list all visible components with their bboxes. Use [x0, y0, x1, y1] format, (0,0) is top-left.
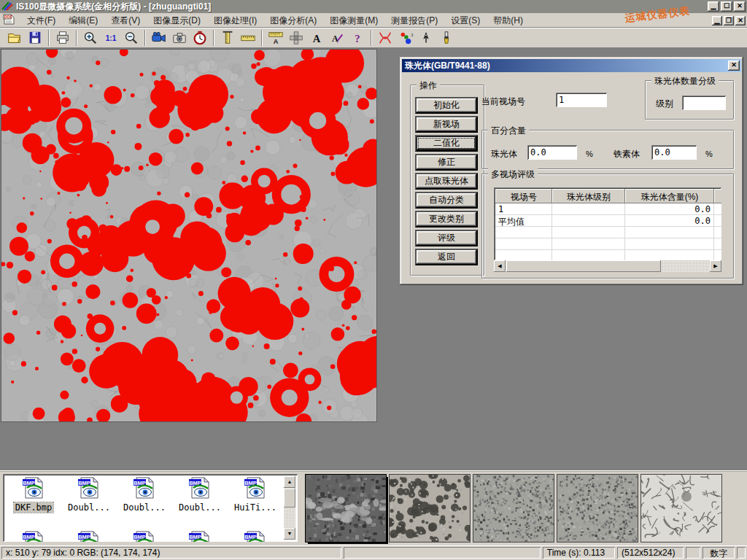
table-header-3[interactable]: 铁素体含量(%): [714, 189, 721, 203]
annotate-icon[interactable]: A: [328, 29, 347, 47]
print-icon[interactable]: [53, 29, 72, 47]
camera-icon[interactable]: [170, 29, 189, 47]
menu-item-7[interactable]: 测量报告(P): [384, 13, 444, 28]
file-item-DKF-bmp[interactable]: BMPDKF.bmp: [7, 477, 60, 513]
micrograph-image[interactable]: [1, 50, 376, 421]
scroll-left-icon[interactable]: ◀: [494, 260, 506, 272]
open-icon[interactable]: [5, 29, 24, 47]
ruler-icon[interactable]: [239, 29, 258, 47]
toolbar: 1:1AAA?3: [0, 28, 747, 48]
ferrite-percent-input[interactable]: 0.0: [651, 145, 697, 160]
op-button-5[interactable]: 自动分类: [415, 192, 478, 209]
file-item-row2[interactable]: BMP: [7, 531, 60, 542]
vscroll-thumb[interactable]: [284, 489, 295, 508]
current-view-input[interactable]: 1: [556, 93, 607, 107]
timer-icon[interactable]: [190, 29, 209, 47]
zoom-in-icon[interactable]: [81, 29, 100, 47]
grade-input[interactable]: [682, 96, 726, 110]
menu-item-2[interactable]: 查看(V): [104, 13, 147, 28]
file-item-Doubl-[interactable]: BMPDoubl...: [174, 477, 226, 513]
op-button-3[interactable]: 修正: [415, 154, 478, 171]
table-hscrollbar[interactable]: ◀ ▶: [494, 260, 721, 272]
file-item-Doubl-[interactable]: BMPDoubl...: [118, 477, 171, 513]
caliper-icon[interactable]: [218, 29, 237, 47]
table-header-0[interactable]: 视场号: [495, 189, 552, 203]
save-icon[interactable]: [26, 29, 44, 47]
table-row[interactable]: [495, 227, 721, 238]
thumbnail-0[interactable]: [306, 475, 386, 542]
measure-scale-icon[interactable]: A: [266, 29, 285, 47]
table-cell: [495, 238, 552, 250]
table-cell: [714, 203, 721, 215]
file-list[interactable]: BMPDKF.bmpBMPDoubl...BMPDoubl...BMPDoubl…: [3, 474, 298, 542]
zoom-out-icon[interactable]: [122, 29, 141, 47]
table-header-2[interactable]: 珠光体含量(%): [625, 189, 714, 203]
file-item-row2[interactable]: BMP: [63, 531, 115, 542]
op-button-0[interactable]: 初始化: [415, 97, 478, 114]
svg-text:1:1: 1:1: [106, 34, 117, 42]
op-button-2[interactable]: 二值化: [415, 135, 478, 152]
file-item-row2[interactable]: BMP: [174, 531, 226, 542]
scroll-right-icon[interactable]: ▶: [710, 260, 721, 272]
op-button-8[interactable]: 返回: [415, 249, 478, 265]
file-item-Doubl-[interactable]: BMPDoubl...: [63, 477, 115, 513]
menu-item-1[interactable]: 编辑(E): [62, 13, 104, 28]
file-name: Doubl...: [66, 502, 112, 513]
mdi-close-button[interactable]: ✕: [735, 16, 746, 26]
menu-item-8[interactable]: 设置(S): [444, 13, 487, 28]
dialog-title-bar[interactable]: 珠光体(GB/T9441-88): [402, 59, 741, 72]
table-header-1[interactable]: 珠光体级别: [552, 189, 625, 203]
file-item-HuiTi-[interactable]: BMPHuiTi...: [229, 477, 282, 513]
dialog-close-button[interactable]: ✕: [728, 61, 740, 71]
curve-cut-icon[interactable]: [376, 29, 395, 47]
table-row[interactable]: [495, 250, 721, 260]
dialog-title: 珠光体(GB/T9441-88): [405, 60, 490, 72]
table-cell: [552, 203, 625, 215]
scroll-up-icon[interactable]: ▲: [284, 476, 295, 488]
ferrite-unit: %: [705, 149, 713, 158]
menu-item-5[interactable]: 图像分析(A): [263, 13, 323, 28]
mdi-minimize-button[interactable]: ▁: [712, 16, 722, 26]
filelist-vscrollbar[interactable]: ▲ ▼: [284, 476, 295, 540]
grade-group: 珠光体数量分级 级别: [645, 80, 734, 120]
maximize-button[interactable]: ☐: [721, 1, 732, 12]
classify-balls-icon[interactable]: 3: [396, 29, 415, 47]
file-item-row2[interactable]: BMP: [118, 531, 171, 542]
menu-item-0[interactable]: 文件(F): [20, 13, 62, 28]
file-item-row2[interactable]: BMP: [229, 531, 282, 542]
bmp-file-icon: BMP: [187, 491, 212, 501]
thumbnail-1[interactable]: [390, 475, 470, 542]
op-button-1[interactable]: 新视场: [415, 116, 478, 133]
mdi-restore-button[interactable]: ❐: [724, 16, 734, 26]
scroll-down-icon[interactable]: ▼: [284, 528, 295, 540]
thumbnail-4[interactable]: [641, 475, 721, 542]
video-camera-icon[interactable]: [150, 29, 169, 47]
actual-size-icon[interactable]: 1:1: [101, 29, 120, 47]
table-row[interactable]: 10.0: [495, 203, 721, 215]
op-button-7[interactable]: 评级: [415, 230, 478, 246]
mode-status: 数字: [703, 547, 735, 559]
multiview-table[interactable]: 视场号珠光体级别珠光体含量(%)铁素体含量(%)10.0平均值0.0: [494, 187, 721, 260]
svg-text:3: 3: [411, 33, 413, 37]
menu-item-6[interactable]: 图像测量(M): [323, 13, 384, 28]
op-button-4[interactable]: 点取珠光体: [415, 173, 478, 190]
menu-item-4[interactable]: 图像处理(I): [207, 13, 263, 28]
bmp-file-icon: BMP: [132, 491, 157, 501]
close-button[interactable]: ✕: [734, 1, 746, 12]
table-row[interactable]: 平均值0.0: [495, 215, 721, 227]
text-label-icon[interactable]: A: [307, 29, 326, 47]
brush-icon[interactable]: [437, 29, 456, 47]
menu-item-9[interactable]: 帮助(H): [487, 13, 530, 28]
op-button-6[interactable]: 更改类别: [415, 211, 478, 228]
help-icon[interactable]: ?: [348, 29, 367, 47]
hscroll-thumb[interactable]: [506, 260, 661, 272]
stitch-icon[interactable]: [287, 29, 306, 47]
menu-item-3[interactable]: 图像显示(D): [147, 13, 207, 28]
thumbnail-2[interactable]: [473, 475, 554, 542]
table-row[interactable]: [495, 238, 721, 250]
thumbnail-3[interactable]: [557, 475, 638, 542]
pen-icon[interactable]: [417, 29, 436, 47]
minimize-button[interactable]: ▁: [708, 1, 719, 12]
pearlite-percent-input[interactable]: 0.0: [527, 145, 577, 160]
multiview-group: 多视场评级 视场号珠光体级别珠光体含量(%)铁素体含量(%)10.0平均值0.0…: [481, 174, 734, 279]
